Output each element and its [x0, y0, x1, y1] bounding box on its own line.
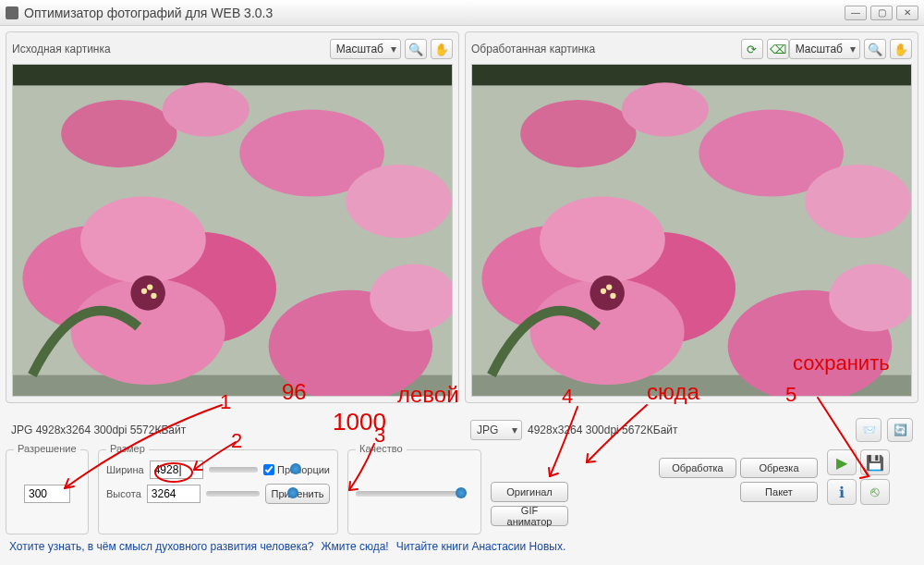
hand-pan-icon[interactable]: ✋ — [431, 39, 453, 59]
svg-rect-18 — [472, 65, 911, 85]
gif-button[interactable]: GIF аниматор — [491, 506, 568, 526]
run-icon[interactable]: ▶ — [827, 449, 857, 475]
svg-point-29 — [601, 289, 606, 294]
svg-point-6 — [346, 165, 452, 238]
svg-point-20 — [520, 100, 636, 167]
footer-link-1[interactable]: Хотите узнать, в чём смысл духовного раз… — [9, 540, 314, 553]
svg-point-21 — [622, 82, 709, 136]
height-slider[interactable] — [206, 491, 260, 497]
processed-image-view[interactable] — [471, 64, 912, 397]
batch-button[interactable]: Пакет — [740, 482, 818, 502]
svg-point-28 — [590, 276, 625, 311]
hand-pan-icon[interactable]: ✋ — [890, 39, 912, 59]
open-icon[interactable]: 📨 — [856, 418, 881, 442]
svg-point-12 — [141, 289, 147, 294]
process-button[interactable]: Обработка — [659, 458, 736, 478]
svg-point-4 — [163, 82, 249, 136]
svg-point-14 — [147, 284, 152, 289]
source-zoom-select[interactable]: Масштаб — [330, 39, 401, 59]
slider-thumb[interactable] — [290, 463, 301, 474]
original-button[interactable]: Оригинал — [491, 482, 568, 502]
width-input[interactable] — [150, 461, 203, 479]
svg-rect-1 — [13, 65, 452, 85]
source-status-text: JPG 4928x3264 300dpi 5572КБайт — [6, 420, 459, 440]
status-row: JPG 4928x3264 300dpi 5572КБайт JPG 4928x… — [6, 414, 918, 446]
minimize-button[interactable]: — — [845, 6, 867, 20]
processed-zoom-select[interactable]: Масштаб — [789, 39, 860, 59]
svg-point-31 — [606, 284, 612, 289]
exit-icon[interactable]: ⎋ — [860, 479, 890, 505]
svg-point-13 — [151, 293, 156, 299]
source-panel: Исходная картинка Масштаб 🔍 ✋ — [6, 31, 459, 403]
svg-point-10 — [80, 196, 206, 283]
size-group: Размер Ширина Пропорции Высота Применить — [98, 449, 338, 534]
window-title: Оптимизатор фотографий для WEB 3.0.3 — [24, 6, 845, 20]
action-buttons-2: Обработка Обрезка Пакет — [659, 449, 818, 534]
source-title: Исходная картинка — [12, 43, 330, 55]
height-label: Высота — [106, 488, 141, 499]
resolution-input[interactable] — [24, 485, 70, 503]
svg-point-3 — [61, 100, 176, 167]
quality-group: Качество — [347, 449, 481, 534]
resolution-label: Разрешение — [14, 443, 80, 454]
clear-icon[interactable]: ⌫ — [767, 39, 789, 59]
processed-title: Обработанная картинка — [471, 43, 737, 55]
proportions-check-input[interactable] — [263, 464, 274, 475]
quality-slider[interactable] — [356, 491, 467, 497]
footer-link-3[interactable]: Читайте книги Анастасии Новых. — [396, 540, 566, 553]
controls-row: Разрешение Размер Ширина Пропорции Высот… — [6, 449, 918, 534]
svg-point-11 — [130, 276, 165, 311]
close-button[interactable]: ✕ — [896, 6, 918, 20]
magnifier-icon[interactable]: 🔍 — [864, 39, 886, 59]
height-input[interactable] — [147, 485, 201, 503]
save-icon[interactable]: 💾 — [860, 449, 890, 475]
processed-panel: Обработанная картинка ⟳ ⌫ Масштаб 🔍 ✋ — [465, 31, 918, 403]
processed-status-text: 4928x3264 300dpi 5672КБайт — [528, 424, 678, 436]
proportions-text: Пропорции — [277, 464, 330, 475]
width-slider[interactable] — [209, 467, 258, 473]
app-icon — [6, 6, 18, 19]
width-label: Ширина — [106, 464, 144, 475]
svg-point-27 — [540, 196, 665, 283]
slider-thumb[interactable] — [287, 487, 298, 498]
size-label: Размер — [106, 443, 149, 454]
magnifier-icon[interactable]: 🔍 — [405, 39, 427, 59]
quality-label: Качество — [356, 443, 407, 454]
source-image — [13, 65, 452, 396]
output-format-select[interactable]: JPG — [470, 420, 522, 440]
svg-point-23 — [805, 165, 911, 238]
svg-point-30 — [610, 293, 615, 299]
titlebar: Оптимизатор фотографий для WEB 3.0.3 — ▢… — [0, 0, 924, 26]
source-image-view[interactable] — [12, 64, 453, 397]
main-content: Исходная картинка Масштаб 🔍 ✋ — [0, 26, 924, 409]
processed-image — [472, 65, 911, 396]
action-buttons: Оригинал GIF аниматор — [491, 449, 650, 534]
maximize-button[interactable]: ▢ — [870, 6, 893, 20]
refresh-icon[interactable]: ⟳ — [741, 39, 763, 59]
info-icon[interactable]: ℹ — [827, 479, 857, 505]
footer-link-2[interactable]: Жмите сюда! — [322, 540, 389, 553]
slider-thumb[interactable] — [456, 487, 467, 498]
reload-icon[interactable]: 🔄 — [887, 418, 913, 442]
side-icon-buttons: ▶ 💾 ℹ ⎋ — [827, 449, 890, 534]
resolution-group: Разрешение — [6, 449, 89, 534]
footer-links: Хотите узнать, в чём смысл духовного раз… — [0, 534, 924, 559]
crop-button[interactable]: Обрезка — [740, 458, 818, 478]
